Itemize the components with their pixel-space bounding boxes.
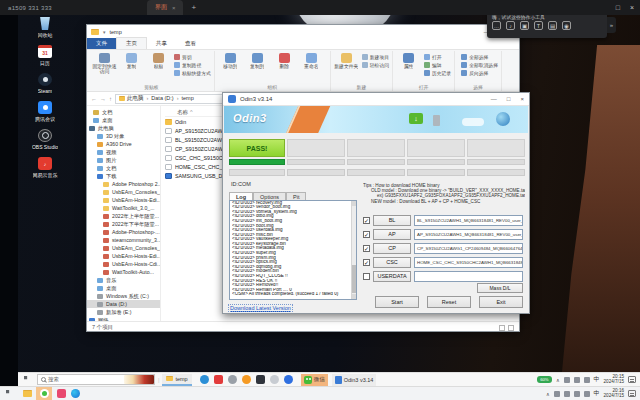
quick-access-toolbar-icon[interactable]: ▾ — [103, 29, 106, 35]
ribbon-button[interactable]: 复制路径 — [174, 61, 211, 68]
scrollbar[interactable] — [351, 201, 356, 299]
nav-item[interactable]: 桌面 — [87, 116, 160, 124]
chat-icon[interactable]: … — [492, 21, 501, 30]
overlay-expand-icon[interactable]: » — [607, 17, 616, 33]
slot-button[interactable]: USERDATA — [373, 271, 411, 282]
checkbox[interactable]: ✓ — [363, 217, 370, 224]
nav-item[interactable]: WattToolkit_3.0_... — [87, 204, 160, 212]
nav-item[interactable]: 音乐 — [87, 276, 160, 284]
slot-button[interactable]: AP — [373, 229, 411, 240]
ribbon-tab[interactable]: 主页 — [116, 37, 147, 49]
ribbon-button[interactable]: 历史记录 — [424, 69, 451, 76]
nav-item[interactable]: WattToolkit-Auto... — [87, 268, 160, 276]
taskbar-item-temp[interactable]: temp — [162, 374, 191, 386]
download-latest-link[interactable]: Download Latest Version — [229, 305, 292, 311]
ribbon-button[interactable]: 新建文件夹 — [334, 52, 359, 83]
app-blue-icon[interactable] — [284, 375, 293, 384]
file-path-field[interactable]: BL_S9150ZCU2AWH1_MQB66318481_REV00_user_… — [414, 215, 523, 226]
slot-button[interactable]: BL — [373, 215, 411, 226]
odin-action-button[interactable]: Reset — [427, 296, 471, 308]
ime-indicator[interactable]: 中 — [594, 389, 600, 398]
back-icon[interactable]: ← — [91, 96, 97, 102]
maximize-icon[interactable]: □ — [507, 96, 511, 102]
nav-item[interactable]: Windows 系统 (C:) — [87, 292, 160, 300]
column-name[interactable]: 名称 — [165, 109, 188, 116]
desktop-icon[interactable]: 回收站 — [22, 17, 68, 38]
odin-action-button[interactable]: Start — [375, 296, 419, 308]
desktop-icon[interactable]: 31 日历 — [22, 45, 68, 66]
ribbon-button[interactable]: 编辑 — [424, 61, 451, 68]
tray-expand-icon[interactable]: ∧ — [556, 377, 560, 383]
tray-icon[interactable] — [564, 377, 570, 383]
slot-button[interactable]: CSC — [373, 257, 411, 268]
window-close-icon[interactable]: × — [630, 4, 634, 11]
nav-item[interactable]: 文档 — [87, 164, 160, 172]
nav-item[interactable]: 视频 — [87, 148, 160, 156]
ribbon-button[interactable]: 粘贴快捷方式 — [174, 69, 211, 76]
desktop-icon[interactable]: ♪ 网易云音乐 — [22, 157, 68, 178]
breadcrumb-item[interactable]: temp — [174, 95, 194, 102]
edge-icon[interactable] — [71, 389, 80, 398]
tray-expand-icon[interactable]: ∧ — [546, 391, 550, 397]
ribbon-tab[interactable]: 共享 — [147, 38, 176, 49]
thumbnail-view-icon[interactable] — [508, 325, 514, 331]
nav-item[interactable]: 网络 — [87, 316, 160, 321]
breadcrumb-item[interactable]: Data (D:) — [144, 95, 174, 102]
record-icon[interactable]: ◉ — [562, 21, 571, 30]
nav-item[interactable]: 新加卷 (E:) — [87, 308, 160, 316]
nav-item[interactable]: UsbEAm-Hosts-Cdi... — [87, 260, 160, 268]
ribbon-button[interactable]: 复制 — [119, 52, 144, 83]
tray-icon[interactable] — [574, 377, 580, 383]
nav-item[interactable]: 此电脑 — [87, 124, 160, 132]
nav-item[interactable]: UsbEAm_Consoles_... — [87, 244, 160, 252]
odin-titlebar[interactable]: Odin3 v3.14 — □ × — [223, 93, 529, 106]
search-highlight-image[interactable] — [124, 375, 154, 384]
edge-icon[interactable] — [200, 375, 209, 384]
nav-item[interactable]: 桌面 — [87, 284, 160, 292]
ribbon-tab[interactable]: 查看 — [176, 38, 205, 49]
ribbon-button[interactable]: 删除 — [272, 52, 297, 83]
desktop-icon[interactable]: OBS Studio — [22, 129, 68, 150]
file-path-field[interactable] — [414, 271, 523, 282]
ime-indicator[interactable]: 中 — [594, 375, 600, 384]
log-box[interactable]: <ID:0/003> sboot.bin <ID:0/003> param.bi… — [229, 200, 357, 300]
ribbon-button[interactable]: 粘贴 — [146, 52, 171, 83]
ribbon-button[interactable]: 剪切 — [174, 53, 211, 60]
taskbar-item-odin[interactable]: Odin3 v3.14 — [332, 374, 377, 386]
forward-icon[interactable]: → — [100, 96, 106, 102]
nav-item[interactable]: UsbEAm-Hosts-Edi... — [87, 196, 160, 204]
clock[interactable]: 20:16 2024/7/15 — [604, 389, 624, 399]
odin-action-button[interactable]: Exit — [479, 296, 523, 308]
start-button-icon[interactable] — [24, 376, 31, 383]
ribbon-button[interactable]: 属性 — [396, 52, 421, 83]
desktop-icon[interactable]: Steam — [22, 73, 68, 94]
app-orange-icon[interactable] — [242, 375, 251, 384]
nav-item[interactable]: 下载 — [87, 172, 160, 180]
taskbar-folder-icon[interactable] — [23, 390, 32, 397]
tray-icon[interactable] — [584, 377, 590, 383]
notification-center-icon[interactable] — [628, 390, 636, 397]
nav-item[interactable]: Adobe-Photoshop-... — [87, 228, 160, 236]
tray-icon[interactable] — [574, 391, 580, 397]
ribbon-button[interactable]: 打开 — [424, 53, 451, 60]
nav-item[interactable]: 2022年下半年随堂... — [87, 220, 160, 228]
scroll-down-icon[interactable] — [352, 294, 357, 299]
tab-close-icon[interactable]: × — [172, 5, 176, 11]
tray-icon[interactable] — [564, 391, 570, 397]
file-path-field[interactable]: CP_S9150ZCU2AWG1_CP24609484_MQB66064764_… — [414, 243, 523, 254]
minimize-icon[interactable]: — — [491, 96, 497, 102]
tray-icon[interactable] — [584, 391, 590, 397]
nav-item[interactable]: 3D 对象 — [87, 132, 160, 140]
nav-item[interactable]: 2022年上半年随堂... — [87, 212, 160, 220]
ribbon-button[interactable]: 新建项目 — [362, 53, 389, 60]
nav-item[interactable]: 图片 — [87, 156, 160, 164]
nav-item[interactable]: Adobe Photoshop 2... — [87, 180, 160, 188]
nav-item[interactable]: UsbEAm-Hosts-Edi... — [87, 252, 160, 260]
breadcrumb-item[interactable]: 此电脑 — [127, 95, 144, 102]
desktop-icon[interactable]: 腾讯会议 — [22, 101, 68, 122]
notification-center-icon[interactable] — [628, 376, 636, 383]
ribbon-tab[interactable]: 文件 — [87, 38, 116, 49]
checkbox[interactable]: ✓ — [363, 245, 370, 252]
nav-item[interactable]: 文档 — [87, 108, 160, 116]
text-icon[interactable]: T — [534, 21, 543, 30]
